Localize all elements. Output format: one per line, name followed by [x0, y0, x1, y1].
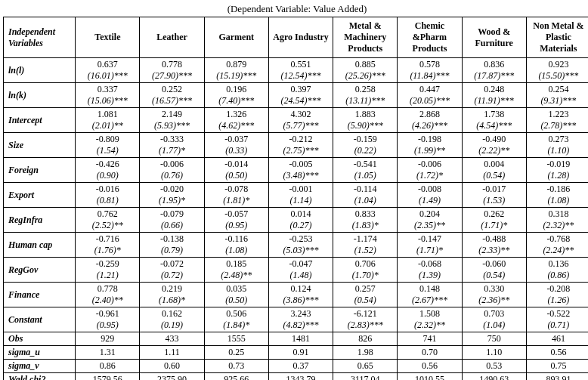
coefficient-value: 1.081 [77, 109, 138, 120]
data-cell: -0.006(1.72)* [398, 158, 462, 183]
data-cell: 0.397(24.54)*** [268, 83, 333, 108]
data-cell: -0.147(1.71)* [398, 233, 462, 258]
cell-value: 0.37 [271, 360, 331, 372]
coefficient-value: -0.541 [335, 159, 395, 170]
table-row: ln(k)0.337(15.06)***0.252(16.57)***0.196… [4, 83, 589, 108]
t-statistic-value: (2.75)*** [271, 145, 331, 156]
data-cell: 0.75 [526, 360, 588, 373]
table-row: Constant-0.961(0.95)0.162(0.19)0.506(1.8… [4, 307, 589, 332]
coefficient-value: 0.923 [528, 59, 588, 70]
coefficient-value: -0.079 [141, 209, 202, 220]
t-statistic-value: (1.70)* [335, 270, 395, 281]
coefficient-value: 0.254 [528, 84, 588, 95]
header-col-4: Metal & Machinery Products [333, 17, 398, 58]
data-cell: 1.31 [76, 346, 140, 360]
data-cell: 3117.04 [333, 373, 398, 381]
coefficient-value: 0.447 [399, 84, 460, 95]
t-statistic-value: (0.50) [206, 295, 267, 306]
coefficient-value: 2.149 [141, 109, 202, 120]
data-cell: -0.253(5.03)*** [268, 233, 333, 258]
coefficient-value: 0.397 [271, 84, 331, 95]
data-cell: 929 [76, 332, 140, 346]
t-statistic-value: (1.08) [206, 245, 267, 256]
coefficient-value: -0.426 [77, 159, 138, 170]
data-cell: 1.883(5.90)*** [333, 108, 398, 133]
coefficient-value: -0.768 [528, 233, 588, 245]
coefficient-value: 1.738 [464, 109, 525, 120]
data-cell: 3.243(4.82)*** [268, 307, 333, 332]
row-variable-name: RegInfra [4, 208, 76, 233]
data-cell: -0.716(1.76)* [76, 233, 140, 258]
row-variable-name: sigma_v [4, 360, 76, 373]
data-cell: -0.017(1.53) [462, 183, 526, 208]
cell-value: 929 [77, 333, 138, 344]
data-cell: 0.248(11.91)*** [462, 83, 526, 108]
data-cell: 0.836(17.87)*** [462, 58, 526, 83]
table-row: RegInfra0.762(2.52)**-0.079(0.66)-0.057(… [4, 208, 589, 233]
cell-value: 2375.90 [141, 374, 202, 380]
coefficient-value: 0.273 [528, 134, 588, 145]
data-cell: 0.254(9.31)*** [526, 83, 588, 108]
t-statistic-value: (2.67)*** [399, 295, 460, 306]
coefficient-value: -0.014 [206, 159, 267, 170]
coefficient-value: 3.243 [271, 308, 331, 320]
t-statistic-value: (2.83)*** [335, 320, 395, 331]
t-statistic-value: (16.57)*** [141, 95, 202, 107]
t-statistic-value: (0.95) [206, 220, 267, 231]
coefficient-value: -0.716 [77, 233, 138, 245]
cell-value: 0.75 [528, 360, 588, 372]
header-col-5: Chemic &Pharm Products [398, 17, 462, 58]
t-statistic-value: (3.86)*** [271, 295, 331, 306]
data-cell: 0.196(7.40)*** [204, 83, 268, 108]
coefficient-value: 0.885 [335, 59, 395, 70]
coefficient-value: 0.185 [206, 258, 267, 270]
coefficient-value: -0.006 [399, 159, 460, 170]
t-statistic-value: (0.86) [528, 270, 588, 281]
t-statistic-value: (17.87)*** [464, 70, 525, 82]
cell-value: 0.70 [399, 347, 460, 358]
table-row: Foreign-0.426(0.90)-0.006(0.76)-0.014(0.… [4, 158, 589, 183]
t-statistic-value: (15.06)*** [77, 95, 138, 107]
t-statistic-value: (0.90) [77, 170, 138, 181]
coefficient-value: -0.147 [399, 233, 460, 245]
coefficient-value: 0.330 [464, 283, 525, 295]
coefficient-value: 0.148 [399, 283, 460, 295]
coefficient-value: -0.809 [77, 134, 138, 145]
data-cell: 1481 [268, 332, 333, 346]
row-variable-name: Obs [4, 332, 76, 346]
data-cell: 4.302(5.77)*** [268, 108, 333, 133]
t-statistic-value: (2.32)** [528, 220, 588, 231]
coefficient-value: -0.057 [206, 209, 267, 220]
data-cell: -0.078(1.81)* [204, 183, 268, 208]
data-cell: 0.035(0.50) [204, 283, 268, 307]
data-cell: 0.885(25.26)*** [333, 58, 398, 83]
data-cell: 0.70 [398, 346, 462, 360]
coefficient-value: -0.072 [141, 258, 202, 270]
coefficient-value: 1.326 [206, 109, 267, 120]
cell-value: 1.10 [464, 347, 525, 358]
header-col-7: Non Metal & Plastic Materials [526, 17, 588, 58]
coefficient-value: 0.262 [464, 209, 525, 220]
cell-value: 0.56 [528, 347, 588, 358]
data-cell: -0.005(3.48)*** [268, 158, 333, 183]
t-statistic-value: (2.24)** [528, 245, 588, 256]
t-statistic-value: (2.32)** [399, 320, 460, 331]
data-cell: 0.262(1.71)* [462, 208, 526, 233]
cell-value: 1343.79 [271, 374, 331, 380]
t-statistic-value: (1.14) [271, 195, 331, 206]
data-cell: 741 [398, 332, 462, 346]
data-cell: 433 [140, 332, 204, 346]
t-statistic-value: (0.76) [141, 170, 202, 181]
data-cell: 0.273(1.10) [526, 133, 588, 158]
data-cell: -0.006(0.76) [140, 158, 204, 183]
data-cell: 1.10 [462, 346, 526, 360]
data-cell: 0.56 [398, 360, 462, 373]
t-statistic-value: (0.50) [206, 170, 267, 181]
t-statistic-value: (4.26)*** [399, 120, 460, 131]
t-statistic-value: (9.31)*** [528, 95, 588, 107]
data-cell: 0.148(2.67)*** [398, 283, 462, 307]
data-cell: 0.65 [333, 360, 398, 373]
t-statistic-value: (12.54)*** [271, 70, 331, 82]
coefficient-value: 0.836 [464, 59, 525, 70]
data-cell: 0.37 [268, 360, 333, 373]
